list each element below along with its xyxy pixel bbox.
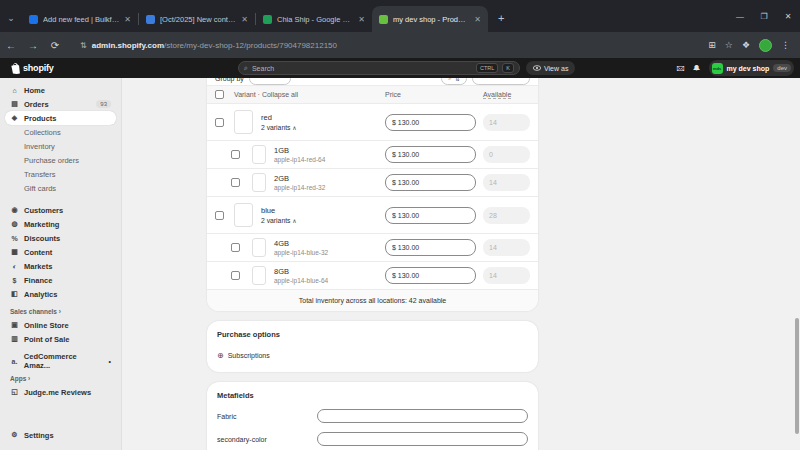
site-info-icon[interactable]: ⇅ <box>80 41 87 50</box>
row-checkbox[interactable] <box>231 178 240 187</box>
sidebar-item-discounts[interactable]: % Discounts <box>5 231 116 245</box>
store-name: my dev shop <box>727 65 770 72</box>
product-image[interactable] <box>252 238 266 257</box>
sidebar-item-settings[interactable]: ⚙ Settings <box>5 428 116 442</box>
view-as-button[interactable]: View as <box>526 61 575 75</box>
extensions-icon[interactable]: ❖ <box>742 40 750 50</box>
price-input[interactable] <box>385 114 476 131</box>
metafield-label: Fabric <box>217 413 317 420</box>
search-sort-button[interactable]: ⌕⇅ <box>441 78 467 85</box>
store-profile-chip[interactable]: mds my dev shop dev <box>709 60 794 76</box>
tab-close-icon[interactable]: ✕ <box>124 15 131 24</box>
sidebar-item-content[interactable]: ▦ Content <box>5 245 116 259</box>
sidebar-item-markets[interactable]: ◐ Markets <box>5 259 116 273</box>
apps-header[interactable]: Apps › <box>5 375 116 382</box>
sidebar-item-finance[interactable]: $ Finance <box>5 273 116 287</box>
sidebar-item-analytics[interactable]: ◧ Analytics <box>5 287 116 301</box>
price-input[interactable] <box>385 267 476 284</box>
select-all-checkbox[interactable] <box>215 90 224 99</box>
close-button[interactable]: ✕ <box>776 12 800 21</box>
tab-close-icon[interactable]: ✕ <box>474 15 481 24</box>
variant-count[interactable]: 2 variants ∧ <box>261 217 297 224</box>
vertical-scrollbar[interactable] <box>795 318 799 434</box>
browser-tab[interactable]: my dev shop - Products - test - S ✕ <box>372 6 488 32</box>
variant-column-header[interactable]: Variant · Collapse all <box>234 91 298 98</box>
product-image[interactable] <box>252 266 266 285</box>
variant-row: red 2 variants ∧ 14 <box>207 104 538 141</box>
new-tab-button[interactable]: + <box>488 12 514 32</box>
sales-channels-header[interactable]: Sales channels › <box>5 308 116 315</box>
settings-gear-icon: ⚙ <box>10 431 19 439</box>
sidebar-item-transfers[interactable]: Transfers <box>5 167 116 181</box>
row-checkbox[interactable] <box>231 243 240 252</box>
product-image[interactable] <box>252 173 266 192</box>
browser-toolbar: ← → ⟳ ⇅ admin.shopify.com/store/my-dev-s… <box>0 32 800 58</box>
reload-button[interactable]: ⟳ <box>44 40 66 51</box>
maximize-button[interactable]: ❐ <box>752 12 776 21</box>
forward-button[interactable]: → <box>22 40 44 51</box>
product-image[interactable] <box>234 110 253 134</box>
bookmark-star-icon[interactable]: ☆ <box>725 40 733 50</box>
sidebar-item-collections[interactable]: Collections <box>5 125 116 139</box>
row-checkbox[interactable] <box>231 150 240 159</box>
shopify-logo[interactable]: shopify <box>0 63 64 74</box>
collapse-chevron-icon[interactable]: ∧ <box>292 218 296 224</box>
back-button[interactable]: ← <box>0 40 22 51</box>
sidebar-item-customers[interactable]: ◉ Customers <box>5 203 116 217</box>
address-bar[interactable]: ⇅ admin.shopify.com/store/my-dev-shop-12… <box>72 36 708 54</box>
minimize-button[interactable]: — <box>728 12 752 21</box>
sidebar-item-inventory[interactable]: Inventory <box>5 139 116 153</box>
translate-icon[interactable]: ⊞ <box>708 40 716 50</box>
inventory-total: Total inventory across all locations: 42… <box>207 290 538 311</box>
browser-profile-avatar[interactable] <box>759 39 772 52</box>
sidebar-item-products[interactable]: ◈ Products <box>5 111 116 125</box>
bulkflow-favicon <box>29 15 38 24</box>
group-by-dropdown[interactable] <box>249 78 291 85</box>
group-by-label: Group by <box>215 78 244 82</box>
browser-tab[interactable]: [Oct/2025] New content - Ha M ✕ <box>139 6 255 32</box>
variants-card: Group by ⌕⇅ Variant · Collapse all Price… <box>207 78 538 311</box>
sidebar-item-marketing[interactable]: ◍ Marketing <box>5 217 116 231</box>
shopify-favicon <box>379 15 388 24</box>
variants-toolbar: Group by ⌕⇅ <box>207 78 538 86</box>
browser-menu-icon[interactable]: ⋮ <box>781 40 790 50</box>
available-readonly: 14 <box>483 114 530 131</box>
metafield-label: secondary-color <box>217 436 317 443</box>
product-image[interactable] <box>234 203 253 227</box>
available-readonly: 14 <box>483 267 530 284</box>
sidebar-item-gift-cards[interactable]: Gift cards <box>5 181 116 195</box>
row-checkbox[interactable] <box>215 211 224 220</box>
analytics-icon: ◧ <box>10 290 19 298</box>
variant-count[interactable]: 2 variants ∧ <box>261 124 297 131</box>
sidebar-item-cedcommerce[interactable]: a. CedCommerce Amaz... • <box>5 354 116 368</box>
subscriptions-link[interactable]: ⊕ Subscriptions <box>217 351 528 360</box>
view-dropdown[interactable] <box>472 78 530 85</box>
collapse-chevron-icon[interactable]: ∧ <box>292 125 296 131</box>
metafield-input[interactable] <box>317 432 528 446</box>
browser-tab[interactable]: Chia Ship - Google Sheets ✕ <box>256 6 372 32</box>
sidebar-item-point-of-sale[interactable]: ▥ Point of Sale <box>5 332 116 346</box>
sidebar-item-judgeme[interactable]: ◱ Judge.me Reviews <box>5 385 116 399</box>
browser-tab[interactable]: Add new feed | Bulkflow ✕ <box>22 6 138 32</box>
admin-search-input[interactable]: ⌕ Search CTRL K <box>238 61 520 75</box>
sidebar-item-orders[interactable]: ▤ Orders 93 <box>5 97 116 111</box>
tab-close-icon[interactable]: ✕ <box>241 15 248 24</box>
sidebar-item-home[interactable]: ⌂ Home <box>5 83 116 97</box>
price-input[interactable] <box>385 146 476 163</box>
price-input[interactable] <box>385 207 476 224</box>
tab-search-chevron-icon[interactable]: ⌄ <box>0 13 22 32</box>
inbox-icon[interactable]: 🖂 <box>677 64 685 73</box>
sidebar-item-purchase-orders[interactable]: Purchase orders <box>5 153 116 167</box>
notifications-bell-icon[interactable]: 🔔︎ <box>693 64 701 73</box>
tab-close-icon[interactable]: ✕ <box>358 15 365 24</box>
price-input[interactable] <box>385 239 476 256</box>
metafield-input[interactable] <box>317 409 528 423</box>
row-checkbox[interactable] <box>231 271 240 280</box>
orders-icon: ▤ <box>10 100 19 108</box>
price-input[interactable] <box>385 174 476 191</box>
sidebar-item-online-store[interactable]: ▣ Online Store <box>5 318 116 332</box>
product-image[interactable] <box>252 145 266 164</box>
available-column-header[interactable]: Available <box>483 91 511 99</box>
row-checkbox[interactable] <box>215 118 224 127</box>
variant-row: 8GB apple-ip14-blue-64 14 <box>207 262 538 290</box>
